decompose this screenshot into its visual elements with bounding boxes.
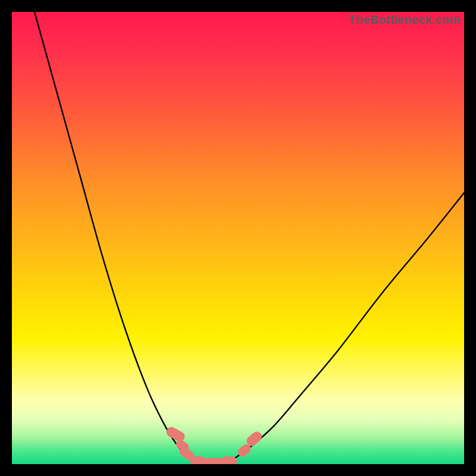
curve-marker — [222, 455, 237, 464]
svg-rect-4 — [201, 458, 226, 464]
curve-marker — [201, 458, 226, 464]
line-layer — [35, 12, 464, 462]
bottleneck-curve — [35, 12, 464, 462]
chart-frame: TheBottleneck.com — [0, 0, 476, 476]
marker-layer — [165, 425, 264, 464]
chart-svg — [12, 12, 464, 464]
watermark-text: TheBottleneck.com — [349, 13, 461, 27]
curve-marker — [165, 425, 187, 443]
svg-rect-5 — [222, 455, 237, 464]
svg-rect-0 — [165, 425, 187, 443]
